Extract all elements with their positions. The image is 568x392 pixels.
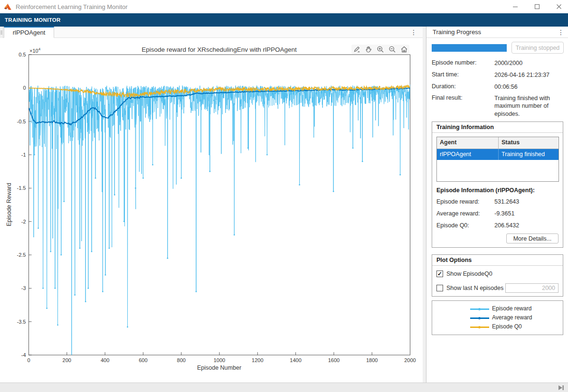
show-last-n-checkbox[interactable] [436, 285, 443, 291]
table-row[interactable]: rlPPOAgent Training finished [437, 149, 559, 160]
section-title: Training Information [436, 124, 494, 131]
svg-text:-2: -2 [21, 219, 26, 224]
field-label: Final result: [432, 94, 463, 101]
svg-text:-2.5: -2.5 [17, 252, 26, 258]
app-window: Reinforcement Learning Training Monitor … [0, 0, 568, 392]
svg-text:-4: -4 [21, 352, 26, 358]
tab-strip: rlPPOAgent ⋮ [0, 27, 423, 38]
window-controls [512, 0, 562, 13]
svg-text:-1: -1 [21, 152, 26, 158]
zoom-out-icon[interactable] [388, 45, 397, 54]
svg-text:1000: 1000 [214, 357, 225, 363]
average-reward-swatch [470, 317, 489, 319]
matlab-logo-icon [4, 3, 12, 10]
panel-header: Training Progress ⋮ [426, 27, 568, 38]
show-episodeq0-checkbox[interactable]: ✓ [436, 271, 443, 277]
tab-label: rlPPOAgent [13, 29, 46, 36]
svg-text:1400: 1400 [290, 357, 301, 363]
agent-status-table: Agent Status rlPPOAgent Training finishe… [436, 137, 559, 182]
status-bar [0, 383, 568, 392]
svg-text:-1.5: -1.5 [17, 185, 26, 191]
svg-text:2000: 2000 [404, 357, 416, 363]
svg-text:1200: 1200 [252, 357, 263, 363]
field-label: Start time: [432, 71, 459, 78]
svg-text:600: 600 [139, 357, 147, 363]
svg-text:-0.5: -0.5 [17, 119, 26, 124]
minimize-button[interactable] [512, 3, 519, 10]
expand-panel-icon[interactable] [557, 384, 565, 391]
svg-text:1600: 1600 [328, 357, 340, 363]
status-cell: Training finished [499, 149, 548, 160]
close-button[interactable] [556, 3, 562, 10]
y-axis-exponent: ×104 [29, 47, 40, 54]
x-axis-label: Episode Number [28, 364, 410, 371]
svg-text:1800: 1800 [366, 357, 378, 363]
svg-text:-3: -3 [21, 285, 26, 291]
svg-text:400: 400 [101, 357, 109, 363]
field-label: Duration: [432, 83, 456, 90]
episode-q0-swatch [470, 327, 489, 328]
tab-options-menu-icon[interactable]: ⋮ [408, 27, 419, 38]
figure-panel: 02004006008001000120014001600180020000.5… [0, 38, 423, 383]
field-value: 2000/2000 [494, 59, 566, 67]
progress-bar [432, 44, 507, 52]
column-header-agent[interactable]: Agent [437, 137, 499, 149]
svg-text:800: 800 [177, 357, 186, 363]
checkbox-label: Show EpisodeQ0 [446, 271, 492, 277]
svg-text:0: 0 [27, 357, 30, 363]
field-value: Training finished with maximum number of… [494, 94, 566, 118]
reward-chart[interactable]: 02004006008001000120014001600180020000.5… [0, 38, 423, 383]
more-details-button[interactable]: More Details... [506, 233, 559, 243]
episode-reward-swatch [470, 308, 489, 310]
legend-item-episode-reward[interactable]: Episode reward [432, 305, 563, 313]
training-progress-panel: Training Progress ⋮ Training stopped Epi… [426, 27, 568, 383]
svg-text:200: 200 [63, 357, 71, 363]
training-information-section: Training Information Agent Status rlPPOA… [432, 121, 563, 248]
export-icon[interactable] [352, 45, 361, 54]
field-value: 2026-04-16 21:23:37 [494, 71, 566, 79]
plot-options-section: Plot Options ✓ Show EpisodeQ0 Show last … [432, 254, 563, 297]
training-stopped-button[interactable]: Training stopped [511, 42, 564, 54]
section-title: Plot Options [436, 257, 472, 263]
column-header-status[interactable]: Status [499, 137, 522, 149]
y-axis-label: Episode Reward [6, 183, 12, 226]
svg-text:-3.5: -3.5 [17, 319, 26, 325]
table-header-row: Agent Status [437, 137, 559, 149]
panel-title: Training Progress [433, 28, 481, 36]
svg-text:0.5: 0.5 [19, 52, 26, 57]
panel-options-menu-icon[interactable]: ⋮ [556, 27, 566, 38]
titlebar: Reinforcement Learning Training Monitor [0, 0, 568, 13]
progress-bar-fill [432, 44, 507, 52]
tab-rlppoagent[interactable]: rlPPOAgent [4, 27, 54, 38]
zoom-in-icon[interactable] [376, 45, 385, 54]
field-value: 00:06:56 [494, 83, 566, 91]
maximize-button[interactable] [534, 3, 540, 10]
axes-toolbar [351, 45, 409, 54]
checkbox-label: Show last N episodes [446, 285, 503, 291]
legend-item-episode-q0[interactable]: Episode Q0 [432, 323, 563, 331]
toolstrip-ribbon: TRAINING MONITOR [0, 13, 568, 27]
field-label: Episode number: [432, 59, 477, 66]
ribbon-label: TRAINING MONITOR [5, 17, 61, 23]
pan-icon[interactable] [364, 45, 373, 54]
svg-text:0: 0 [23, 85, 26, 91]
panel-grip[interactable] [0, 27, 3, 38]
panel-splitter[interactable] [423, 27, 426, 383]
home-icon[interactable] [400, 45, 408, 54]
legend-item-average-reward[interactable]: Average reward [432, 314, 563, 322]
window-title: Reinforcement Learning Training Monitor [16, 3, 128, 10]
agent-cell: rlPPOAgent [437, 149, 499, 160]
chart-legend: Episode reward Average reward Episode Q0 [432, 300, 563, 335]
last-n-episodes-input[interactable] [505, 283, 559, 293]
episode-info-title: Episode Information (rlPPOAgent): [436, 187, 535, 194]
